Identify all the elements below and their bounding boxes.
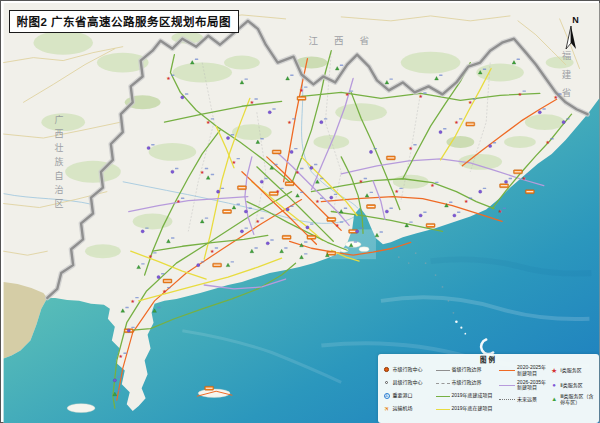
- legend-project-symbols: 2020-2025年新建项目 2026-2035年新建项目 未来远景: [499, 364, 550, 416]
- port-icon: ⚓: [383, 393, 391, 399]
- airport-icon: ✈: [383, 406, 391, 413]
- svg-text:★: ★: [497, 209, 502, 214]
- svg-text:★: ★: [394, 189, 399, 194]
- svg-text:★: ★: [295, 169, 300, 174]
- svg-text:★: ★: [468, 100, 473, 105]
- svg-text:★: ★: [335, 223, 340, 228]
- new-2020-2025-swatch: [499, 370, 515, 371]
- svg-text:★: ★: [464, 199, 469, 204]
- svg-text:★: ★: [118, 354, 123, 359]
- svg-text:★: ★: [148, 253, 153, 258]
- legend-line-symbols: 省级行政边界 市级行政边界 2019年底建成项目 2019年底在建项目: [436, 364, 500, 416]
- class2-circle-icon: ●: [550, 383, 558, 389]
- legend-label: 运输机场: [393, 406, 436, 412]
- map-title: 附图2 广东省高速公路服务区规划布局图: [9, 10, 240, 33]
- svg-text:★: ★: [545, 139, 550, 144]
- legend-label: 2026-2035年新建项目: [517, 380, 550, 391]
- county-center-icon: [383, 380, 391, 386]
- class1-star-icon: ★: [550, 368, 558, 374]
- svg-text:★: ★: [199, 169, 204, 174]
- city-center-icon: [383, 367, 391, 373]
- legend-label: 未来远景: [517, 397, 550, 403]
- svg-text:★: ★: [205, 119, 210, 124]
- svg-text:★: ★: [418, 94, 423, 99]
- north-label: N: [563, 16, 589, 25]
- svg-text:★: ★: [249, 100, 254, 105]
- map-frame: ★★★★★★★★★★★★★★★★★★★★★★★★★★★★★★★★ 附图2 广东省…: [0, 0, 600, 423]
- label-jiangxi-province: 江西省: [309, 33, 386, 47]
- svg-text:★: ★: [287, 119, 292, 124]
- svg-text:★: ★: [454, 119, 459, 124]
- compass: N: [563, 16, 589, 51]
- legend-panel: 图例 市级行政中心 县级行政中心 ⚓重要港口 ✈运输机场 省级行政边界 市级行政…: [378, 354, 599, 423]
- label-fujian-province: 福建省: [559, 51, 573, 107]
- map-title-text: 附图2 广东省高速公路服务区规划布局图: [17, 16, 232, 28]
- under-construction-2019-swatch: [436, 409, 450, 410]
- legend-label: Ⅰ类服务区: [560, 368, 594, 374]
- svg-text:★: ★: [166, 76, 171, 81]
- svg-text:★: ★: [521, 175, 526, 180]
- legend-label: 2020-2025年新建项目: [517, 365, 550, 376]
- legend-point-symbols: 市级行政中心 县级行政中心 ⚓重要港口 ✈运输机场: [383, 364, 436, 416]
- legend-label: 县级行政中心: [393, 380, 436, 386]
- legend-area-symbols: ★Ⅰ类服务区 ●Ⅱ类服务区 ▲Ⅲ类服务区（含停车区）: [550, 364, 594, 416]
- svg-text:★: ★: [315, 199, 320, 204]
- future-vision-swatch: [499, 399, 515, 400]
- svg-text:★: ★: [231, 159, 236, 164]
- map-canvas: ★★★★★★★★★★★★★★★★★★★★★★★★★★★★★★★★ 附图2 广东省…: [3, 3, 600, 423]
- legend-label: 市级行政边界: [452, 380, 500, 386]
- svg-text:★: ★: [299, 88, 304, 93]
- svg-text:★: ★: [408, 145, 413, 150]
- city-boundary-swatch: [436, 383, 450, 384]
- svg-text:★: ★: [553, 95, 558, 100]
- label-guangxi-region: 广西壮族自治区: [53, 115, 66, 213]
- legend-label: 2019年底建成项目: [452, 393, 500, 399]
- svg-text:★: ★: [255, 219, 260, 224]
- legend-label: 市级行政中心: [393, 367, 436, 373]
- svg-text:★: ★: [130, 298, 135, 303]
- class3-triangle-icon: ▲: [550, 397, 558, 403]
- svg-text:★: ★: [358, 179, 363, 184]
- legend-title: 图例: [383, 356, 595, 364]
- svg-text:★: ★: [275, 189, 280, 194]
- north-arrow-icon: [563, 25, 579, 51]
- province-boundary-swatch: [436, 370, 450, 371]
- svg-text:★: ★: [209, 249, 214, 254]
- svg-text:★: ★: [344, 92, 349, 97]
- svg-text:★: ★: [430, 183, 435, 188]
- legend-label: Ⅱ类服务区: [560, 383, 594, 389]
- legend-label: 2019年底在建项目: [452, 406, 500, 412]
- built-2019-swatch: [436, 396, 450, 397]
- svg-text:★: ★: [162, 288, 167, 293]
- legend-label: 省级行政边界: [452, 367, 500, 373]
- legend-label: Ⅲ类服务区（含停车区）: [560, 394, 594, 405]
- svg-text:★: ★: [517, 92, 522, 97]
- legend-label: 重要港口: [393, 393, 436, 399]
- svg-text:★: ★: [176, 199, 181, 204]
- new-2026-2035-swatch: [499, 385, 515, 386]
